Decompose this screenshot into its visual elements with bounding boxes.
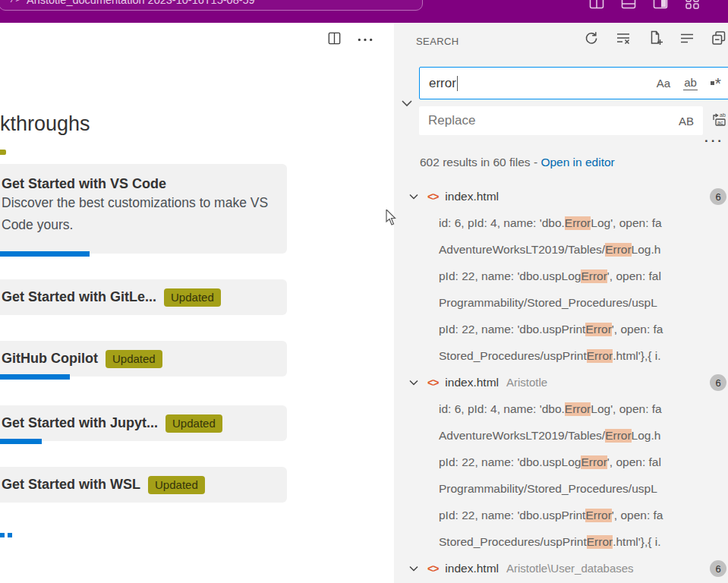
- regex-icon[interactable]: *: [711, 74, 721, 93]
- badge-fragment: [0, 150, 6, 155]
- walkthrough-card[interactable]: Get Started with VS Code Discover the be…: [0, 164, 287, 254]
- updated-badge: Updated: [165, 414, 222, 433]
- results-summary: 602 results in 60 files - Open in editor: [420, 156, 728, 169]
- search-panel-title: SEARCH: [416, 36, 459, 47]
- text-caret: [457, 76, 459, 91]
- collapse-all-icon[interactable]: [679, 30, 695, 49]
- html-file-icon: <>: [427, 191, 438, 203]
- updated-badge: Updated: [164, 288, 221, 307]
- card-progress-bar: [0, 439, 42, 444]
- card-progress-bar: [0, 374, 70, 380]
- open-in-editor-link[interactable]: Open in editor: [540, 156, 614, 169]
- toggle-primary-sidebar-icon[interactable]: [588, 0, 605, 11]
- open-new-search-editor-icon[interactable]: [647, 30, 663, 49]
- split-editor-icon[interactable]: [326, 30, 342, 49]
- card-title: GitHub Copilot: [2, 351, 98, 367]
- result-file-row[interactable]: <> index.html 6: [394, 183, 728, 210]
- toggle-search-details-icon[interactable]: ···: [704, 134, 724, 149]
- replace-placeholder: Replace: [428, 113, 475, 128]
- card-title: Get Started with WSL: [2, 477, 140, 493]
- replace-input[interactable]: Replace AB: [419, 106, 703, 135]
- toggle-secondary-sidebar-icon[interactable]: [652, 0, 669, 11]
- mouse-cursor: [386, 210, 398, 226]
- clear-search-results-icon[interactable]: [615, 30, 632, 49]
- result-match-row[interactable]: Programmability/Stored_Procedures/uspL: [394, 289, 728, 316]
- html-file-icon: <>: [427, 563, 438, 575]
- window-titlebar: /> Aristotle_documentation 2023-10-16T15…: [0, 0, 728, 23]
- tab-title: Aristotle_documentation 2023-10-16T15-08…: [27, 0, 255, 6]
- result-file-row[interactable]: <> index.html Aristotle\User_databases 6: [394, 555, 728, 581]
- match-case-icon[interactable]: Aa: [657, 77, 670, 90]
- customize-layout-icon[interactable]: [684, 0, 701, 11]
- file-path: Aristotle: [506, 376, 547, 389]
- editor-pane: kthroughs Get Started with VS Code Disco…: [0, 23, 394, 583]
- card-description: Discover the best customizations to make…: [2, 192, 276, 236]
- view-as-tree-icon[interactable]: [711, 30, 727, 49]
- card-title: Get Started with GitLe...: [2, 289, 156, 305]
- clipped-link-fragment: [0, 533, 5, 537]
- tab-favicon-icon: />: [10, 0, 20, 5]
- result-match-row[interactable]: id: 6, pId: 4, name: 'dbo.ErrorLog', ope…: [394, 210, 728, 236]
- updated-badge: Updated: [106, 350, 162, 368]
- result-match-row[interactable]: AdventureWorksLT2019/Tables/ErrorLog.h: [394, 422, 728, 449]
- search-query-text: error: [429, 76, 456, 91]
- result-match-row[interactable]: Stored_Procedures/uspPrintError.html'},{…: [394, 528, 728, 555]
- result-match-row[interactable]: pId: 22, name: 'dbo.uspPrintError', open…: [394, 316, 728, 342]
- search-input[interactable]: error Aa ab *: [419, 67, 728, 99]
- chevron-down-icon[interactable]: [408, 191, 419, 202]
- walkthrough-card[interactable]: Get Started with WSLUpdated: [0, 467, 287, 503]
- toggle-panel-icon[interactable]: [620, 0, 637, 11]
- html-file-icon: <>: [427, 377, 438, 389]
- file-name: index.html: [445, 376, 499, 389]
- browser-tab[interactable]: /> Aristotle_documentation 2023-10-16T15…: [0, 0, 423, 11]
- refresh-icon[interactable]: [583, 30, 600, 49]
- file-name: index.html: [445, 562, 499, 575]
- match-count-badge: 6: [710, 374, 726, 391]
- svg-text:ab: ab: [720, 112, 726, 118]
- card-title: Get Started with VS Code: [2, 176, 166, 191]
- replace-all-icon[interactable]: ac ab: [710, 110, 728, 131]
- chevron-down-icon[interactable]: [408, 377, 419, 388]
- updated-badge: Updated: [148, 476, 205, 494]
- result-match-row[interactable]: Programmability/Stored_Procedures/uspL: [394, 475, 728, 502]
- result-match-row[interactable]: id: 6, pId: 4, name: 'dbo.ErrorLog', ope…: [394, 395, 728, 422]
- walkthrough-card[interactable]: GitHub CopilotUpdated: [0, 341, 287, 377]
- file-name: index.html: [445, 190, 499, 203]
- result-match-row[interactable]: pId: 22, name: 'dbo.uspLogError', open: …: [394, 263, 728, 289]
- match-count-badge: 6: [710, 188, 726, 205]
- card-progress-bar: [0, 251, 90, 257]
- more-actions-icon[interactable]: [356, 30, 374, 49]
- result-match-row[interactable]: Stored_Procedures/uspPrintError.html'},{…: [394, 342, 728, 369]
- card-title: Get Started with Jupyt...: [2, 415, 158, 431]
- walkthroughs-heading: kthroughs: [0, 112, 394, 136]
- preserve-case-icon[interactable]: AB: [679, 115, 694, 128]
- whole-word-icon[interactable]: ab: [683, 76, 698, 90]
- chevron-down-icon[interactable]: [408, 563, 419, 574]
- file-path: Aristotle\User_databases: [506, 562, 634, 575]
- result-match-row[interactable]: pId: 22, name: 'dbo.uspLogError', open: …: [394, 449, 728, 475]
- clipped-link-fragment: [8, 533, 12, 537]
- result-match-row[interactable]: pId: 22, name: 'dbo.uspPrintError', open…: [394, 502, 728, 528]
- toggle-replace-chevron-icon[interactable]: [399, 96, 414, 114]
- result-match-row[interactable]: AdventureWorksLT2019/Tables/ErrorLog.h: [394, 236, 728, 263]
- walkthrough-card[interactable]: Get Started with Jupyt...Updated: [0, 405, 287, 441]
- search-panel: SEARCH: [394, 23, 728, 583]
- match-count-badge: 6: [710, 560, 726, 577]
- svg-text:ac: ac: [717, 120, 723, 125]
- walkthrough-card[interactable]: Get Started with GitLe...Updated: [0, 279, 287, 315]
- result-file-row[interactable]: <> index.html Aristotle 6: [394, 369, 728, 395]
